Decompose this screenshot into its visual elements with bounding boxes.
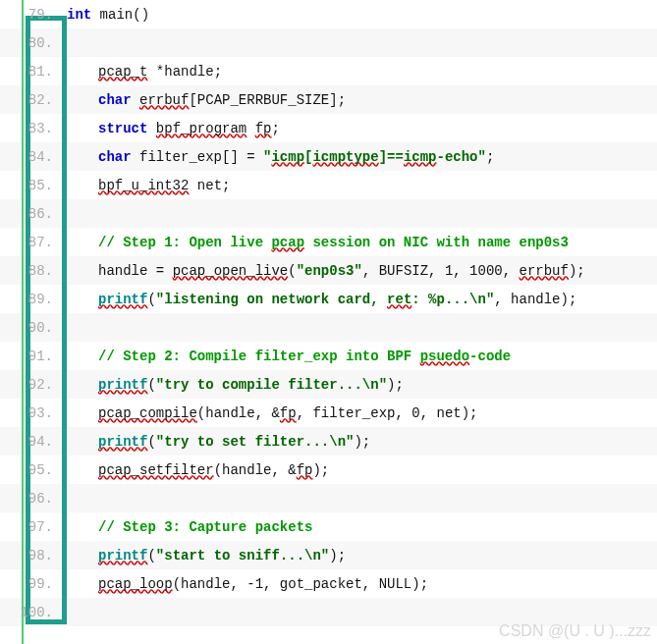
token: errbuf xyxy=(520,263,569,279)
token: "try to set filter...\n" xyxy=(156,434,355,450)
line-number: 86. xyxy=(0,206,57,222)
code-content: printf("try to compile filter...\n"); xyxy=(57,377,404,393)
token: "start to sniff...\n" xyxy=(156,548,329,564)
line-number: 81. xyxy=(0,64,57,80)
token: ( xyxy=(147,434,155,450)
line-number: 95. xyxy=(0,462,57,478)
token: "listening on network card, xyxy=(156,292,387,307)
token: session on NIC with name enp0s3 xyxy=(304,235,569,250)
token xyxy=(246,121,254,136)
code-line: 88.handle = pcap_open_live("enp0s3", BUF… xyxy=(0,256,657,285)
token: fp xyxy=(297,462,313,478)
token: struct xyxy=(98,121,147,136)
line-number: 91. xyxy=(0,349,57,364)
line-number: 96. xyxy=(0,491,57,507)
token: // Step 2: Compile filter_exp into BPF xyxy=(98,349,420,364)
token: // Step 1: Open live xyxy=(98,235,271,250)
token: net; xyxy=(189,178,230,193)
token: printf xyxy=(98,434,147,450)
line-number: 83. xyxy=(0,121,57,136)
token: filter_exp[] = xyxy=(132,149,263,165)
token: errbuf xyxy=(139,92,189,108)
token: , BUFSIZ, 1, 1000, xyxy=(362,263,520,279)
line-number: 89. xyxy=(0,292,57,307)
token: "enp0s3" xyxy=(297,263,362,279)
token: (handle, -1, got_packet, NULL); xyxy=(173,576,428,592)
code-content: char errbuf[PCAP_ERRBUF_SIZE]; xyxy=(57,92,346,108)
code-content: printf("listening on network card, ret: … xyxy=(57,292,576,307)
token: pcap_compile xyxy=(98,405,197,421)
line-number: 88. xyxy=(0,263,57,279)
token: icmp xyxy=(271,149,304,165)
line-number: 98. xyxy=(0,548,57,564)
token: handle = xyxy=(98,263,173,279)
line-number: 80. xyxy=(0,35,57,51)
token: bpf_program xyxy=(156,121,246,136)
code-line: 91.// Step 2: Compile filter_exp into BP… xyxy=(0,342,657,370)
code-line: 81.pcap_t *handle; xyxy=(0,57,657,85)
line-number: 79. xyxy=(0,7,57,23)
token: ( xyxy=(288,263,296,279)
line-number: 82. xyxy=(0,92,57,108)
code-content: // Step 2: Compile filter_exp into BPF p… xyxy=(57,349,511,364)
token: pcap_t xyxy=(98,64,147,80)
code-line: 85.bpf_u_int32 net; xyxy=(0,171,657,199)
token: , filter_exp, 0, net); xyxy=(297,405,478,421)
code-content: int main() xyxy=(57,7,149,23)
line-number: 99. xyxy=(0,576,57,592)
token: ; xyxy=(271,121,279,136)
line-number: 92. xyxy=(0,377,57,393)
code-line: 83.struct bpf_program fp; xyxy=(0,114,657,142)
token: ); xyxy=(387,377,404,393)
token: pcap_setfilter xyxy=(98,462,214,478)
token: fp xyxy=(255,121,272,136)
code-content: pcap_t *handle; xyxy=(57,64,222,80)
token: , handle); xyxy=(494,292,576,307)
token: pcap_open_live xyxy=(173,263,289,279)
token: main() xyxy=(91,7,149,23)
token: [PCAP_ERRBUF_SIZE]; xyxy=(189,92,346,108)
watermark: CSDN @(U . U )...zzz xyxy=(499,622,651,640)
code-content: char filter_exp[] = "icmp[icmptype]==icm… xyxy=(57,149,494,165)
code-content: pcap_setfilter(handle, &fp); xyxy=(57,462,329,478)
code-line: 93.pcap_compile(handle, &fp, filter_exp,… xyxy=(0,399,657,427)
token: fp xyxy=(280,405,297,421)
code-line: 90. xyxy=(0,313,657,342)
token: // Step 3: Capture packets xyxy=(98,519,312,535)
code-content: bpf_u_int32 net; xyxy=(57,178,230,193)
token: ); xyxy=(569,263,585,279)
token: pcap_loop xyxy=(98,576,173,592)
code-content: // Step 3: Capture packets xyxy=(57,519,312,535)
code-line: 87.// Step 1: Open live pcap session on … xyxy=(0,228,657,256)
line-number: 97. xyxy=(0,519,57,535)
code-line: 80. xyxy=(0,28,657,57)
token: ( xyxy=(147,292,155,307)
code-content: pcap_compile(handle, &fp, filter_exp, 0,… xyxy=(57,405,478,421)
line-number: 90. xyxy=(0,320,57,336)
token: "try to compile filter...\n" xyxy=(156,377,387,393)
line-number: 84. xyxy=(0,149,57,165)
token: printf xyxy=(98,377,147,393)
token: (handle, & xyxy=(214,462,297,478)
code-line: 92.printf("try to compile filter...\n"); xyxy=(0,370,657,399)
token: printf xyxy=(98,292,147,307)
token: icmp xyxy=(404,149,437,165)
token: bpf_u_int32 xyxy=(98,178,189,193)
line-number: 85. xyxy=(0,178,57,193)
token: : %p...\n" xyxy=(411,292,494,307)
token: printf xyxy=(98,548,147,564)
token: pcap xyxy=(271,235,304,250)
token: ); xyxy=(329,548,346,564)
code-line: 96. xyxy=(0,484,657,512)
code-content: printf("try to set filter...\n"); xyxy=(57,434,370,450)
code-line: 79.int main() xyxy=(0,0,657,28)
line-number: 87. xyxy=(0,235,57,250)
line-number: 93. xyxy=(0,405,57,421)
code-content: // Step 1: Open live pcap session on NIC… xyxy=(57,235,569,250)
code-content: pcap_loop(handle, -1, got_packet, NULL); xyxy=(57,576,428,592)
code-content: printf("start to sniff...\n"); xyxy=(57,548,346,564)
token: icmptype xyxy=(312,149,378,165)
code-line: 94.printf("try to set filter...\n"); xyxy=(0,427,657,456)
token: *handle; xyxy=(147,64,222,80)
token: psuedo xyxy=(420,349,469,364)
